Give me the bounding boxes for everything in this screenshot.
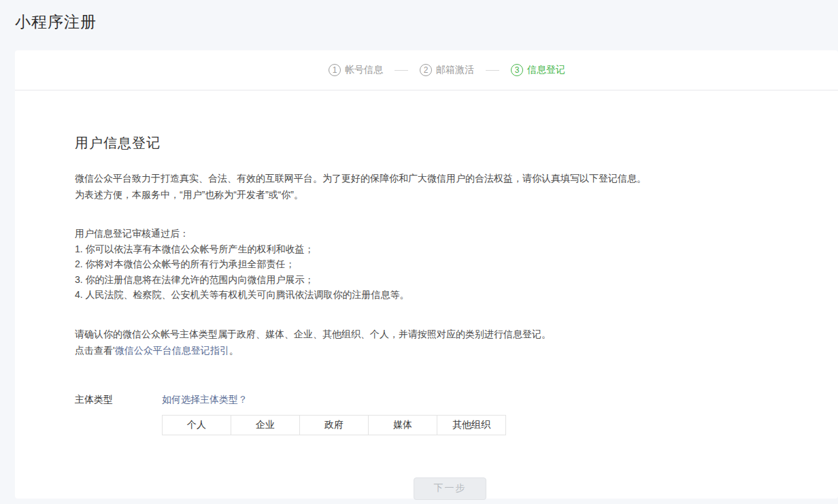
rights-list-item: 3. 你的注册信息将在法律允许的范围内向微信用户展示； <box>75 272 811 288</box>
subject-type-tabs: 个人 企业 政府 媒体 其他组织 <box>162 415 811 435</box>
step-2-circle-icon: 2 <box>420 64 432 76</box>
intro-paragraph: 微信公众平台致力于打造真实、合法、有效的互联网平台。为了更好的保障你和广大微信用… <box>75 170 811 203</box>
subject-type-label: 主体类型 <box>75 394 162 406</box>
rights-list: 用户信息登记审核通过后： 1. 你可以依法享有本微信公众帐号所产生的权利和收益；… <box>75 226 811 303</box>
step-info-registration-active: 3 信息登记 <box>511 64 565 76</box>
rights-list-title: 用户信息登记审核通过后： <box>75 226 811 241</box>
confirm-text: 请确认你的微信公众帐号主体类型属于政府、媒体、企业、其他组织、个人，并请按照对应… <box>75 326 811 342</box>
step-3-circle-icon: 3 <box>511 64 523 76</box>
tab-enterprise[interactable]: 企业 <box>231 415 300 435</box>
rights-list-item: 2. 你将对本微信公众帐号的所有行为承担全部责任； <box>75 256 811 272</box>
page-title: 小程序注册 <box>15 12 838 33</box>
rights-list-item: 4. 人民法院、检察院、公安机关等有权机关可向腾讯依法调取你的注册信息等。 <box>75 287 811 303</box>
step-1-label: 帐号信息 <box>345 64 383 76</box>
intro-line-2: 为表述方便，本服务中，“用户”也称为“开发者”或“你”。 <box>75 186 811 203</box>
rights-list-item: 1. 你可以依法享有本微信公众帐号所产生的权利和收益； <box>75 241 811 257</box>
registration-card: 1 帐号信息 2 邮箱激活 3 信息登记 用户信息登记 微信公众平台致力于打造真… <box>15 50 838 499</box>
tab-other-organization[interactable]: 其他组织 <box>437 415 506 435</box>
intro-line-1: 微信公众平台致力于打造真实、合法、有效的互联网平台。为了更好的保障你和广大微信用… <box>75 170 811 186</box>
tab-personal[interactable]: 个人 <box>162 415 231 435</box>
stepper-bar: 1 帐号信息 2 邮箱激活 3 信息登记 <box>15 50 838 90</box>
subject-type-row: 主体类型 如何选择主体类型？ <box>75 394 811 406</box>
step-1-circle-icon: 1 <box>329 64 341 76</box>
how-to-choose-type-link[interactable]: 如何选择主体类型？ <box>162 394 248 406</box>
content-area: 用户信息登记 微信公众平台致力于打造真实、合法、有效的互联网平台。为了更好的保障… <box>15 90 838 500</box>
tab-media[interactable]: 媒体 <box>368 415 437 435</box>
guide-line: 点击查看'微信公众平台信息登记指引。 <box>75 342 811 358</box>
tab-government[interactable]: 政府 <box>299 415 369 435</box>
step-dash-icon <box>395 70 408 71</box>
step-dash-icon <box>486 70 499 71</box>
step-email-activation: 2 邮箱激活 <box>420 64 474 76</box>
stepper: 1 帐号信息 2 邮箱激活 3 信息登记 <box>329 64 565 76</box>
page-header: 小程序注册 <box>0 0 838 50</box>
button-row: 下一步 <box>75 477 811 500</box>
step-account-info: 1 帐号信息 <box>329 64 383 76</box>
section-heading: 用户信息登记 <box>75 134 811 152</box>
guide-prefix: 点击查看' <box>75 345 115 356</box>
confirm-paragraph: 请确认你的微信公众帐号主体类型属于政府、媒体、企业、其他组织、个人，并请按照对应… <box>75 326 811 358</box>
next-step-button[interactable]: 下一步 <box>414 477 486 500</box>
guide-suffix: 。 <box>229 345 239 356</box>
registration-guide-link[interactable]: 微信公众平台信息登记指引 <box>115 345 229 356</box>
step-3-label: 信息登记 <box>527 64 565 76</box>
step-2-label: 邮箱激活 <box>436 64 474 76</box>
